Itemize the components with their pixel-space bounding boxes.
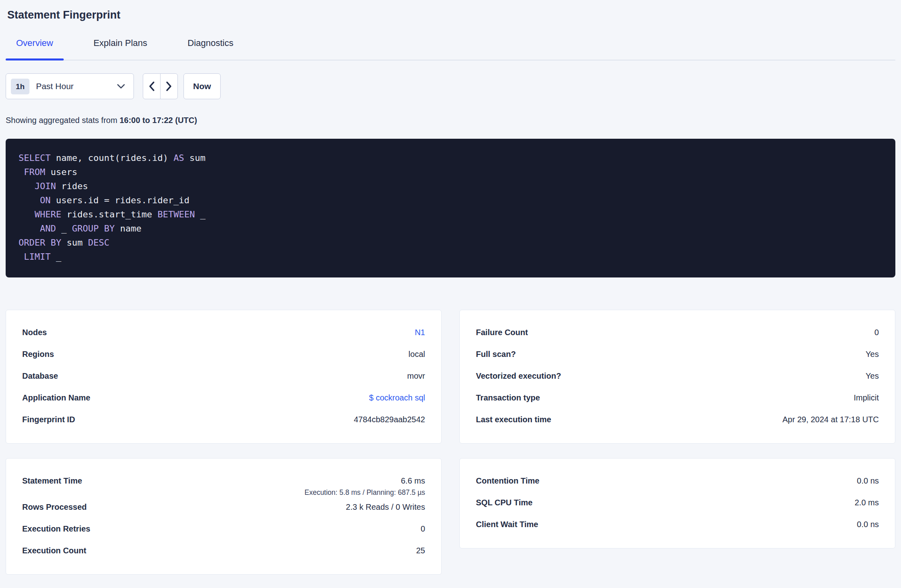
stat-value: 6.6 ms (401, 476, 425, 485)
stat-row: Transaction typeImplicit (476, 388, 879, 409)
sql-text: _ (195, 209, 206, 219)
tab-overview[interactable]: Overview (6, 38, 64, 60)
sql-text: name, count(rides.id) (50, 153, 173, 163)
stat-row: Last execution timeApr 29, 2024 at 17:18… (476, 409, 879, 431)
stat-row: Contention Time0.0 ns (476, 471, 879, 492)
time-range-label: Past Hour (36, 81, 117, 91)
sql-keyword: ON (40, 195, 51, 205)
stat-value: 25 (416, 546, 425, 555)
stat-value-wrap: 0 (874, 322, 879, 337)
stat-label: Fingerprint ID (22, 409, 75, 424)
stat-value-link[interactable]: $ cockroach sql (369, 393, 425, 402)
stat-value: Implicit (854, 393, 879, 402)
stat-subvalue: Execution: 5.8 ms / Planning: 687.5 µs (305, 488, 425, 497)
stat-row: Rows Processed2.3 k Reads / 0 Writes (22, 497, 425, 519)
stat-label: Transaction type (476, 388, 540, 402)
sql-line: FROM users (19, 165, 882, 179)
stat-row: Regionslocal (22, 344, 425, 366)
sql-text (19, 209, 35, 219)
stat-value-wrap: 0.0 ns (857, 471, 879, 486)
stat-label: Rows Processed (22, 497, 87, 512)
stat-value: movr (407, 371, 425, 380)
stat-value-wrap: N1 (415, 322, 425, 337)
statement-fingerprint-page: Statement Fingerprint Overview Explain P… (0, 8, 901, 575)
status-time-range: 16:00 to 17:22 (UTC) (119, 116, 197, 125)
time-nav-buttons (143, 73, 178, 99)
execution-attributes-card: Failure Count0Full scan?YesVectorized ex… (459, 310, 895, 444)
sql-line: LIMIT _ (19, 250, 882, 264)
sql-statement-box: SELECT name, count(rides.id) AS sum FROM… (6, 139, 895, 277)
sql-line: WHERE rides.start_time BETWEEN _ (19, 207, 882, 221)
sql-line: AND _ GROUP BY name (19, 221, 882, 236)
tab-explain-plans[interactable]: Explain Plans (83, 38, 158, 60)
duration-badge: 1h (11, 79, 29, 94)
stat-value-link[interactable]: N1 (415, 328, 425, 337)
stat-value-wrap: Yes (866, 344, 879, 359)
sql-text (19, 181, 35, 191)
stat-value-wrap: Yes (866, 366, 879, 381)
chevron-down-icon (117, 83, 125, 89)
now-button[interactable]: Now (184, 73, 221, 99)
sql-text: users (45, 167, 77, 177)
previous-time-range-button[interactable] (143, 73, 161, 99)
sql-keyword: BETWEEN (157, 209, 195, 219)
stat-label: Execution Count (22, 540, 86, 555)
stat-label: SQL CPU Time (476, 492, 532, 507)
page-title: Statement Fingerprint (7, 8, 895, 22)
sql-text (19, 195, 40, 205)
sql-text (19, 167, 24, 177)
stat-value-wrap: local (409, 344, 425, 359)
stat-row: Full scan?Yes (476, 344, 879, 366)
stat-label: Full scan? (476, 344, 516, 359)
sql-text (19, 223, 40, 234)
sql-keyword: AS (173, 153, 184, 163)
sql-keyword: LIMIT (24, 252, 50, 262)
stat-row: Statement Time6.6 msExecution: 5.8 ms / … (22, 471, 425, 497)
stat-value-wrap: $ cockroach sql (369, 388, 425, 402)
stat-row: Application Name$ cockroach sql (22, 388, 425, 409)
stat-value: 0 (421, 524, 425, 533)
stat-value-wrap: Apr 29, 2024 at 17:18 UTC (782, 409, 879, 424)
time-picker: 1h Past Hour Now (6, 73, 895, 99)
stat-value: 2.3 k Reads / 0 Writes (346, 503, 425, 511)
stat-label: Client Wait Time (476, 514, 538, 529)
stat-row: NodesN1 (22, 322, 425, 344)
status-prefix: Showing aggregated stats from (6, 116, 119, 125)
sql-keyword: ORDER BY (19, 238, 61, 248)
stat-value-wrap: 0 (421, 519, 425, 534)
stat-row: Failure Count0 (476, 322, 879, 344)
stat-value: Apr 29, 2024 at 17:18 UTC (782, 415, 879, 424)
sql-text: _ (50, 252, 61, 262)
execution-stats-card: Statement Time6.6 msExecution: 5.8 ms / … (6, 458, 442, 575)
tab-bar: Overview Explain Plans Diagnostics (6, 38, 895, 60)
stat-row: Vectorized execution?Yes (476, 366, 879, 388)
stat-row: Execution Count25 (22, 540, 425, 562)
stat-label: Failure Count (476, 322, 528, 337)
time-range-dropdown[interactable]: 1h Past Hour (6, 73, 134, 99)
stat-value: 0 (874, 328, 879, 337)
stat-value: Yes (866, 350, 879, 359)
sql-keyword: AND (40, 223, 56, 234)
tab-diagnostics[interactable]: Diagnostics (177, 38, 244, 60)
stat-label: Application Name (22, 388, 90, 402)
next-time-range-button[interactable] (160, 73, 178, 99)
sql-text: name (115, 223, 141, 234)
stat-label: Last execution time (476, 409, 551, 424)
stat-value-wrap: 6.6 msExecution: 5.8 ms / Planning: 687.… (305, 471, 425, 497)
stat-value: local (409, 350, 425, 359)
stat-value-wrap: 0.0 ns (857, 514, 879, 529)
sql-keyword: DESC (88, 238, 109, 248)
stat-label: Statement Time (22, 471, 82, 486)
sql-keyword: GROUP BY (72, 223, 115, 234)
stat-label: Vectorized execution? (476, 366, 561, 381)
chevron-right-icon (165, 81, 173, 92)
stat-value-wrap: 25 (416, 540, 425, 555)
sql-text: sum (61, 238, 88, 248)
stat-value-wrap: 4784cb829aab2542 (354, 409, 425, 424)
stat-value-wrap: 2.0 ms (855, 492, 879, 507)
stat-row: Databasemovr (22, 366, 425, 388)
details-cards-row: NodesN1RegionslocalDatabasemovrApplicati… (6, 310, 895, 444)
sql-keyword: FROM (24, 167, 45, 177)
sql-text: rides (56, 181, 88, 191)
stats-cards-row: Statement Time6.6 msExecution: 5.8 ms / … (6, 458, 895, 575)
